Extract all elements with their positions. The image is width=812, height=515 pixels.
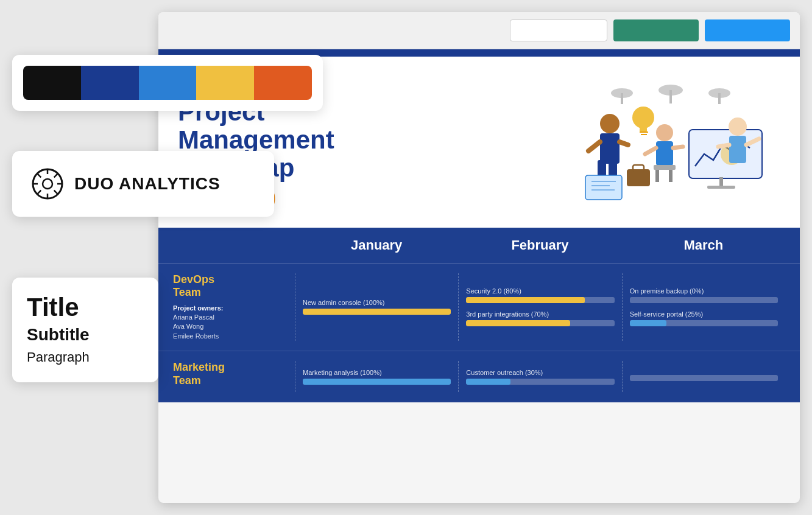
task-label: Marketing analysis (100%) <box>303 369 451 376</box>
task-item: 3rd party integrations (70%) <box>466 310 614 326</box>
progress-bar-fill <box>466 379 510 385</box>
svg-rect-23 <box>669 90 672 103</box>
progress-bar-bg <box>630 320 778 326</box>
progress-bar-fill <box>466 297 585 303</box>
svg-rect-40 <box>654 165 676 170</box>
toolbar-green-button[interactable] <box>613 19 699 41</box>
typo-subtitle: Subtitle <box>27 325 144 345</box>
col-header-february: February <box>458 237 621 253</box>
swatch-black[interactable] <box>23 66 81 100</box>
roadmap-table: January February March DevOpsTeam Projec… <box>158 228 800 403</box>
progress-bar-fill <box>466 320 570 326</box>
toolbar-blue-button[interactable] <box>705 19 790 41</box>
task-label: On premise backup (0%) <box>630 287 778 295</box>
typo-paragraph: Paragraph <box>27 349 144 365</box>
devops-march-cell: On premise backup (0%) Self-service port… <box>622 273 785 341</box>
svg-line-35 <box>620 142 628 145</box>
logo-text: DUO ANALYTICS <box>74 174 221 194</box>
devops-owner-1: Ariana Pascal <box>173 313 288 322</box>
svg-line-34 <box>588 142 600 151</box>
swatch-yellow[interactable] <box>196 66 254 100</box>
svg-point-36 <box>656 124 673 141</box>
browser-toolbar <box>158 12 800 49</box>
devops-owner-3: Emilee Roberts <box>173 332 288 341</box>
task-item: Marketing analysis (100%) <box>303 369 451 385</box>
typography-panel: Title Subtitle Paragraph <box>12 278 158 382</box>
progress-bar-bg <box>303 309 451 315</box>
swatch-orange[interactable] <box>254 66 312 100</box>
svg-line-6 <box>37 173 41 177</box>
svg-rect-31 <box>600 133 620 164</box>
progress-bar-bg <box>630 297 778 303</box>
marketing-march-cell <box>622 361 785 392</box>
devops-january-cell: New admin console (100%) <box>295 273 458 341</box>
svg-rect-27 <box>719 177 723 187</box>
svg-line-38 <box>645 148 656 154</box>
task-item <box>630 373 778 381</box>
task-item: On premise backup (0%) <box>630 287 778 303</box>
swatches-row <box>23 66 312 100</box>
typo-title: Title <box>27 295 144 320</box>
table-row: DevOpsTeam Project owners: Ariana Pascal… <box>158 264 800 351</box>
table-row: MarketingTeam Marketing analysis (100%) … <box>158 351 800 402</box>
progress-bar-fill <box>303 379 451 385</box>
devops-owner-2: Ava Wong <box>173 322 288 331</box>
svg-point-30 <box>600 114 620 133</box>
devops-owners-label: Project owners: <box>173 304 288 312</box>
svg-rect-41 <box>655 170 659 182</box>
hero-title-line2: Management <box>178 125 334 154</box>
svg-rect-42 <box>669 170 673 182</box>
svg-rect-37 <box>656 141 673 166</box>
devops-february-cell: Security 2.0 (80%) 3rd party integration… <box>458 273 621 341</box>
task-item: New admin console (100%) <box>303 299 451 315</box>
task-label: Customer outreach (30%) <box>466 369 614 376</box>
svg-line-39 <box>673 147 683 148</box>
task-label: Security 2.0 (80%) <box>466 287 614 295</box>
swatch-dark-blue[interactable] <box>81 66 139 100</box>
svg-point-1 <box>43 179 52 189</box>
task-label: Self-service portal (25%) <box>630 310 778 318</box>
progress-bar-bg <box>303 379 451 385</box>
document-area: DUO ANALYTICS Project Management Roadmap… <box>158 49 800 502</box>
hero-illustration <box>549 81 780 203</box>
col-header-team <box>173 237 295 253</box>
svg-line-45 <box>718 145 729 147</box>
svg-rect-44 <box>729 136 746 163</box>
svg-line-8 <box>54 173 58 177</box>
devops-team-name: DevOpsTeam <box>173 273 288 300</box>
marketing-january-cell: Marketing analysis (100%) <box>295 361 458 392</box>
roadmap-header-row: January February March <box>158 228 800 264</box>
progress-bar-fill <box>303 309 451 315</box>
svg-point-43 <box>729 117 747 136</box>
svg-line-9 <box>37 191 41 194</box>
hero-svg <box>549 81 780 203</box>
task-item: Self-service portal (25%) <box>630 310 778 326</box>
color-swatches-panel <box>12 55 323 111</box>
col-header-january: January <box>295 237 458 253</box>
task-item: Customer outreach (30%) <box>466 369 614 385</box>
svg-line-7 <box>54 191 58 194</box>
task-label: New admin console (100%) <box>303 299 451 306</box>
task-label: 3rd party integrations (70%) <box>466 310 614 318</box>
progress-bar-bg <box>466 297 614 303</box>
logo-panel: DUO ANALYTICS <box>12 151 274 217</box>
toolbar-input[interactable] <box>510 19 607 41</box>
progress-bar-bg <box>630 375 778 381</box>
progress-bar-bg <box>466 320 614 326</box>
svg-rect-54 <box>640 127 647 132</box>
svg-rect-21 <box>621 93 623 104</box>
svg-rect-47 <box>585 175 622 200</box>
progress-bar-fill <box>630 320 667 326</box>
svg-point-53 <box>632 107 654 128</box>
progress-bar-bg <box>466 379 614 385</box>
marketing-february-cell: Customer outreach (30%) <box>458 361 621 392</box>
svg-rect-25 <box>718 93 721 104</box>
task-item: Security 2.0 (80%) <box>466 287 614 303</box>
marketing-team-cell: MarketingTeam <box>173 361 295 392</box>
gear-icon-large <box>32 168 63 200</box>
col-header-march: March <box>622 237 785 253</box>
svg-rect-28 <box>707 186 735 189</box>
marketing-team-name: MarketingTeam <box>173 361 288 387</box>
devops-team-cell: DevOpsTeam Project owners: Ariana Pascal… <box>173 273 295 341</box>
swatch-blue[interactable] <box>139 66 197 100</box>
